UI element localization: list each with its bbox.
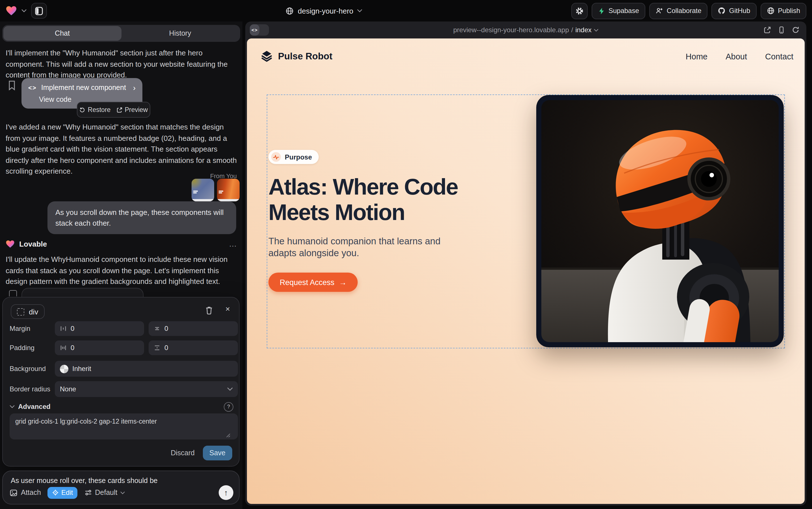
border-radius-label: Border radius [10,385,50,393]
attach-image-icon [10,488,18,497]
collaborate-button[interactable]: Collaborate [649,3,708,19]
edit-mode-button[interactable]: Edit [48,487,77,499]
chevron-down-icon [227,387,233,391]
padding-x-icon [60,344,67,351]
publish-button[interactable]: Publish [760,3,806,19]
element-box-icon [17,308,24,315]
margin-x-input[interactable]: 0 [55,321,144,336]
advanced-section-toggle[interactable]: Advanced ? [10,402,233,411]
help-icon[interactable]: ? [224,402,233,411]
project-menu[interactable]: design-your-hero [285,0,363,22]
tab-history[interactable]: History [121,26,239,41]
version-toolbar: Restore Preview [77,102,150,117]
gear-icon [575,6,584,15]
restore-icon [79,107,86,113]
resize-handle-icon[interactable] [226,433,230,438]
save-button[interactable]: Save [202,446,232,461]
tab-chat[interactable]: Chat [3,26,121,41]
selected-element-pill[interactable]: div [11,304,44,319]
padding-x-input[interactable]: 0 [55,340,144,355]
site-preview: Pulse Robot Home About Contact Purpose A… [247,38,805,504]
open-external-button[interactable] [764,26,771,34]
send-button[interactable]: ↑ [219,485,233,500]
preview-url-bar[interactable]: preview--design-your-hero.lovable.app / … [245,22,806,38]
composer-input[interactable]: As user mouse roll over, these cards sho… [11,477,158,485]
request-access-button[interactable]: Request Access → [268,273,358,292]
nav-contact[interactable]: Contact [765,52,793,61]
discard-button[interactable]: Discard [171,449,195,457]
github-icon [718,7,726,15]
padding-label: Padding [10,344,34,352]
margin-y-input[interactable]: 0 [149,321,238,336]
restore-button[interactable]: Restore [79,106,111,113]
assistant-message: I'll implement the "Why Humanoid" sectio… [6,47,237,80]
border-radius-select[interactable]: None [55,381,238,397]
code-icon: <> [28,84,37,91]
lovable-heart-icon [6,239,15,248]
supabase-icon [598,7,605,14]
pulse-icon [271,152,281,162]
target-icon [52,489,59,496]
chat-composer[interactable]: As user mouse roll over, these cards sho… [2,471,239,505]
assistant-message: I'll update the WhyHumanoid component to… [6,254,237,287]
assistant-name: Lovable [19,239,47,248]
chevron-right-icon: › [133,83,136,92]
hero-heading: Atlas: Where Code Meets Motion [268,174,540,225]
background-label: Background [10,365,46,373]
attach-button[interactable]: Attach [10,488,41,497]
settings-button[interactable] [571,3,588,19]
preview-page: index [575,26,591,34]
sidebar-toggle-button[interactable] [31,3,47,19]
supabase-button[interactable]: Supabase [592,3,645,19]
color-swatch-icon [60,365,68,373]
message-menu-icon[interactable]: … [229,239,237,248]
bookmark-icon[interactable] [8,80,16,91]
delete-element-button[interactable] [205,306,213,314]
chevron-down-icon [120,491,124,494]
element-inspector-panel: div × Margin 0 0 Padding 0 0 [2,297,239,467]
refresh-button[interactable] [792,26,800,34]
lovable-logo-icon[interactable] [6,6,17,16]
top-bar: design-your-hero Supabase Co [0,0,812,22]
chat-panel: Chat History I'll implement the "Why Hum… [0,22,243,509]
padding-y-input[interactable]: 0 [149,340,238,355]
nav-home[interactable]: Home [686,52,707,61]
chevron-down-icon [10,405,15,408]
preview-pane: <> preview--design-your-hero.lovable.app… [245,22,806,506]
assistant-header: Lovable … [6,239,237,249]
element-tag: div [29,307,38,316]
attachment-thumbnail[interactable] [191,179,214,201]
purpose-badge: Purpose [268,150,319,164]
background-input[interactable]: Inherit [55,361,238,377]
hero-subheading: The humanoid companion that learns and a… [268,235,460,259]
workspace-chevron-icon[interactable] [22,9,27,12]
component-card-title: Implement new component [41,84,128,92]
attachment-thumbnail[interactable] [217,179,239,201]
collaborate-icon [656,7,663,15]
from-you-label: From You [210,172,237,179]
external-link-icon [116,107,122,113]
project-chevron-icon [358,9,363,12]
user-message-bubble: As you scroll down the page, these compo… [47,201,236,234]
nav-about[interactable]: About [726,52,747,61]
publish-globe-icon [767,7,774,15]
github-button[interactable]: GitHub [712,3,756,19]
chevron-down-icon [594,29,598,31]
site-logo[interactable]: Pulse Robot [260,50,333,62]
close-icon[interactable]: × [225,304,230,313]
model-default-button[interactable]: Default [84,489,124,497]
assistant-message: I've added a new "Why Humanoid" section … [6,122,237,177]
globe-icon [285,6,294,15]
preview-button[interactable]: Preview [116,106,148,113]
mobile-view-button[interactable] [778,26,785,34]
chat-history-tabs: Chat History [2,25,240,42]
site-header: Pulse Robot Home About Contact [247,38,805,75]
arrow-right-icon: → [339,278,347,286]
padding-y-icon [154,344,160,351]
advanced-classes-textarea[interactable]: grid grid-cols-1 lg:grid-cols-2 gap-12 i… [10,413,238,439]
project-name: design-your-hero [298,6,354,15]
layers-icon [260,50,273,62]
margin-label: Margin [10,325,30,333]
margin-x-icon [60,325,67,332]
sliders-icon [84,489,92,497]
